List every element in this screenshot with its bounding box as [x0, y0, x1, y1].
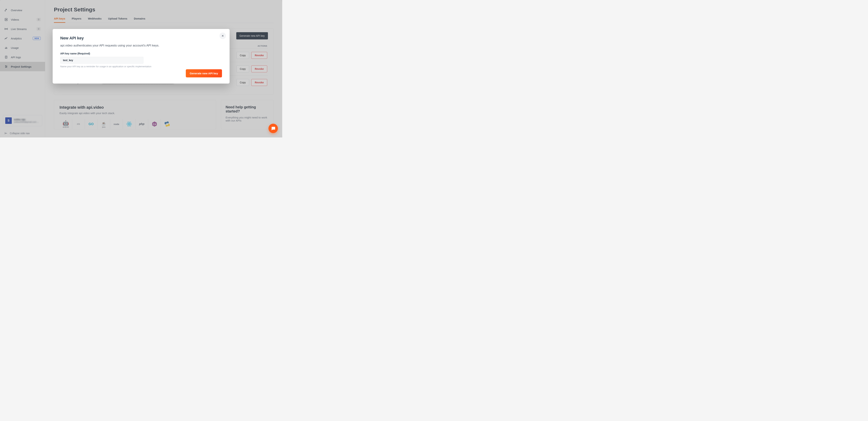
- chat-fab[interactable]: [269, 124, 278, 133]
- chat-icon: [271, 126, 276, 131]
- modal-actions: Generate new API key: [60, 69, 222, 77]
- modal-description: api.video authenticates your API request…: [60, 44, 222, 47]
- field-label: API key name (Required): [60, 52, 222, 55]
- field-hint: Name your API key as a reminder for usag…: [60, 65, 222, 68]
- api-key-name-input[interactable]: [60, 57, 144, 64]
- new-api-key-modal: New API key api.video authenticates your…: [53, 29, 229, 84]
- close-button[interactable]: [219, 33, 226, 39]
- modal-title: New API key: [60, 36, 222, 40]
- modal-generate-button[interactable]: Generate new API key: [186, 69, 222, 77]
- close-icon: [221, 35, 224, 37]
- modal-overlay[interactable]: New API key api.video authenticates your…: [0, 0, 282, 137]
